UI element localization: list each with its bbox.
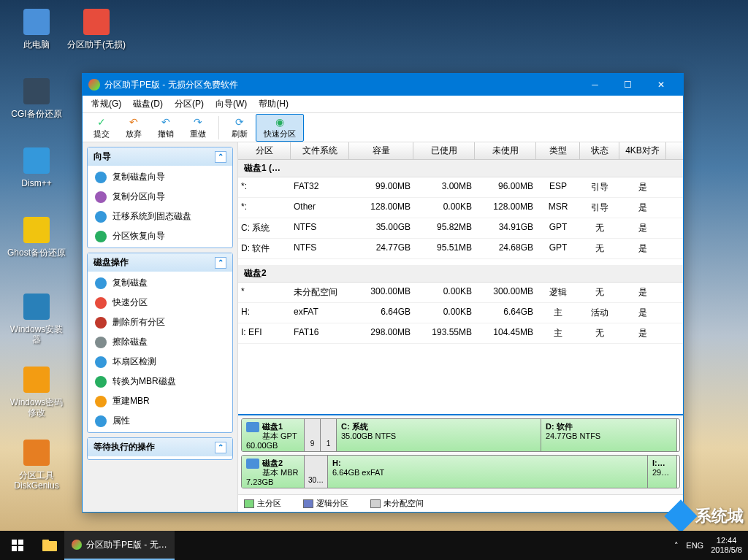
disk-map: 磁盘1基本 GPT60.00GB91C: 系统35.00GB NTFSD: 软件… [238, 414, 683, 494]
column-header[interactable]: 状态 [580, 142, 619, 159]
panel-item[interactable]: 坏扇区检测 [88, 352, 232, 372]
collapse-icon[interactable]: ⌃ [215, 442, 226, 453]
partition-row[interactable]: *未分配空间300.00MB0.00KB300.00MB逻辑无是 [238, 283, 683, 303]
panel-header[interactable]: 磁盘操作⌃ [88, 253, 232, 272]
partition-block[interactable]: H:6.64GB exFAT [328, 456, 648, 488]
toolbar-button[interactable]: ↶放弃 [118, 114, 150, 142]
collapse-icon[interactable]: ⌃ [215, 151, 226, 163]
partition-block[interactable]: 9 [305, 419, 321, 451]
partition-block[interactable]: D: 软件24.77GB NTFS [541, 419, 677, 451]
disk-group-header[interactable]: 磁盘2 [238, 265, 683, 283]
cell: 无 [580, 241, 619, 256]
column-header[interactable]: 容量 [349, 142, 413, 159]
file-explorer-icon[interactable] [35, 531, 64, 560]
column-header[interactable]: 4KB对齐 [619, 142, 666, 159]
menu-item[interactable]: 分区(P) [169, 96, 210, 112]
toolbar-icon: ◉ [274, 116, 286, 128]
panel-item-label: 复制分区向导 [112, 191, 165, 203]
panel-title: 向导 [94, 150, 111, 163]
legend-item: 主分区 [244, 498, 281, 509]
close-button[interactable]: ✕ [644, 74, 677, 96]
desktop-icon[interactable]: CGI备份还原 [7, 77, 66, 119]
toolbar-button[interactable]: ↷重做 [182, 114, 214, 142]
column-header[interactable]: 类型 [536, 142, 580, 159]
panel-item[interactable]: 擦除磁盘 [88, 332, 232, 352]
panel-item[interactable]: 迁移系统到固态磁盘 [88, 207, 232, 226]
panel-item[interactable]: 快速分区 [88, 293, 232, 312]
partition-block[interactable]: C: 系统35.00GB NTFS [337, 419, 541, 451]
column-header[interactable]: 分区 [238, 142, 291, 159]
cell: 0.00KB [413, 200, 475, 215]
menu-item[interactable]: 磁盘(D) [127, 96, 169, 112]
partition-row[interactable]: H:exFAT6.64GB0.00KB6.64GB主活动是 [238, 303, 683, 323]
maximize-button[interactable]: ☐ [611, 74, 644, 96]
cell: 104.45MB [475, 326, 536, 341]
disk-group-header[interactable]: 磁盘1 (… [238, 160, 683, 177]
desktop-icon-label: 分区工具DiskGenius [7, 470, 66, 491]
ime-indicator[interactable]: ENG [686, 541, 703, 550]
tray-chevron-icon[interactable]: ˄ [674, 541, 679, 551]
partition-row[interactable]: D: 软件NTFS24.77GB95.51MB24.68GBGPT无是 [238, 239, 683, 259]
desktop-icon[interactable]: Windows密码修改 [7, 365, 66, 418]
partition-row[interactable]: C: 系统NTFS35.00GB95.82MB34.91GBGPT无是 [238, 218, 683, 239]
partition-block[interactable]: 1 [321, 419, 337, 451]
disk-size: 7.23GB [246, 477, 273, 486]
partition-row[interactable]: *:FAT3299.00MB3.00MB96.00MBESP引导是 [238, 177, 683, 198]
panel-item-label: 删除所有分区 [112, 316, 165, 329]
minimize-button[interactable]: ─ [579, 74, 611, 96]
desktop-icon[interactable]: Dism++ [7, 146, 66, 188]
desktop-icon-label: CGI备份还原 [7, 109, 66, 119]
taskbar-app[interactable]: 分区助手PE版 - 无… [64, 531, 175, 560]
panel-item[interactable]: 删除所有分区 [88, 312, 232, 332]
partition-small-label: 30… [308, 476, 324, 485]
desktop-icon[interactable]: Windows安装器 [7, 292, 66, 345]
cell: 是 [619, 305, 666, 321]
menu-item[interactable]: 向导(W) [210, 96, 253, 112]
panel-item[interactable]: 分区恢复向导 [88, 226, 232, 246]
sidebar-panel: 磁盘操作⌃复制磁盘快速分区删除所有分区擦除磁盘坏扇区检测转换为MBR磁盘重建MB… [87, 253, 233, 433]
desktop-icon[interactable]: 分区工具DiskGenius [7, 438, 66, 491]
svg-rect-2 [12, 546, 17, 551]
menu-item[interactable]: 常规(G) [85, 96, 127, 112]
titlebar[interactable]: 分区助手PE版 - 无损分区免费软件 ─ ☐ ✕ [83, 74, 683, 96]
partition-row[interactable]: *:Other128.00MB0.00KB128.00MBMSR引导是 [238, 198, 683, 218]
panel-item-icon [95, 231, 107, 242]
toolbar-button[interactable]: ◉快速分区 [256, 114, 304, 142]
panel-header[interactable]: 向导⌃ [88, 147, 232, 166]
panel-item[interactable]: 转换为MBR磁盘 [88, 372, 232, 391]
disk-bar[interactable]: 磁盘1基本 GPT60.00GB91C: 系统35.00GB NTFSD: 软件… [241, 418, 680, 452]
disk-type: 基本 GPT [262, 431, 297, 440]
toolbar-label: 刷新 [232, 129, 248, 139]
panel-item[interactable]: 重建MBR [88, 391, 232, 411]
collapse-icon[interactable]: ⌃ [215, 257, 226, 269]
legend-label: 逻辑分区 [316, 498, 348, 509]
toolbar-button[interactable]: ⟳刷新 [224, 114, 256, 142]
desktop-icon[interactable]: 分区助手(无损) [67, 7, 126, 50]
panel-item[interactable]: 复制分区向导 [88, 187, 232, 207]
toolbar-icon: ↶ [128, 116, 140, 128]
cell: D: 软件 [238, 241, 291, 256]
desktop-icon[interactable]: 此电脑 [7, 7, 66, 50]
toolbar-button[interactable]: ✓提交 [85, 114, 118, 142]
disk-bar[interactable]: 磁盘2基本 MBR7.23GB30…H:6.64GB exFATI:…29… [241, 455, 680, 488]
partition-block[interactable]: 30… [305, 456, 328, 488]
column-header[interactable]: 未使用 [475, 142, 536, 159]
partition-block[interactable]: I:…29… [648, 456, 677, 488]
clock[interactable]: 12:44 2018/5/8 [711, 536, 742, 555]
panel-header[interactable]: 等待执行的操作⌃ [88, 438, 232, 456]
folder-icon [42, 540, 57, 551]
cell: 35.00GB [349, 220, 413, 236]
column-header[interactable]: 文件系统 [291, 142, 349, 159]
menu-item[interactable]: 帮助(H) [253, 96, 294, 112]
partition-row[interactable]: I: EFIFAT16298.00MB193.55MB104.45MB主无是 [238, 323, 683, 344]
start-button[interactable] [0, 531, 35, 560]
desktop-icon[interactable]: Ghost备份还原 [7, 215, 66, 258]
column-header[interactable]: 已使用 [413, 142, 475, 159]
toolbar-button[interactable]: ↶撤销 [150, 114, 182, 142]
panel-item[interactable]: 复制磁盘 [88, 273, 232, 293]
panel-item[interactable]: 复制磁盘向导 [88, 167, 232, 187]
panel-item-label: 转换为MBR磁盘 [112, 375, 176, 388]
panel-item[interactable]: 属性 [88, 411, 232, 431]
cell: NTFS [291, 220, 349, 236]
cell: 无 [580, 285, 619, 300]
